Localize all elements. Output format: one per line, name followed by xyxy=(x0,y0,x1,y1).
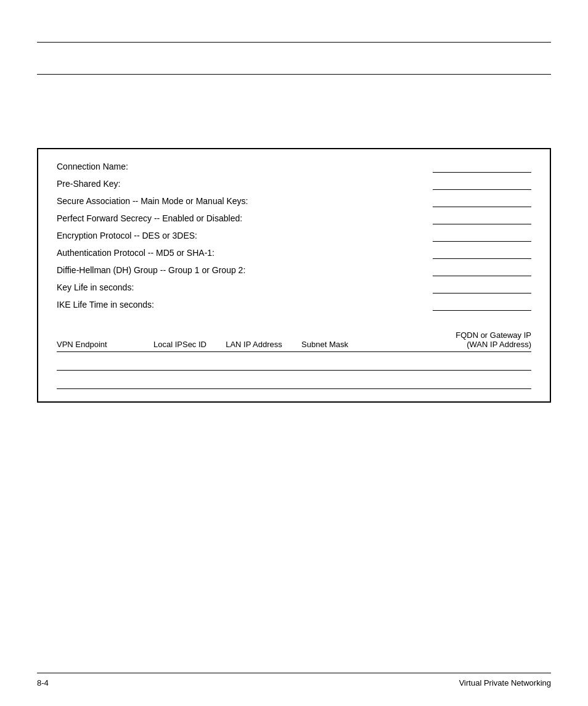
form-row: IKE Life Time in seconds: xyxy=(57,300,531,312)
field-label: Authentication Protocol -- MD5 or SHA-1: xyxy=(57,248,433,259)
field-input-line xyxy=(433,300,531,311)
form-row: Perfect Forward Secrecy -- Enabled or Di… xyxy=(57,213,531,226)
field-label: Pre-Shared Key: xyxy=(57,179,433,190)
field-label: Connection Name: xyxy=(57,162,433,173)
table-header-row: VPN Endpoint Local IPSec ID LAN IP Addre… xyxy=(57,330,531,352)
field-label: Encryption Protocol -- DES or 3DES: xyxy=(57,231,433,242)
footer-chapter-title: Virtual Private Networking xyxy=(459,678,551,688)
second-rule xyxy=(37,74,551,75)
field-input-line xyxy=(433,213,531,224)
th-fqdn: FQDN or Gateway IP (WAN IP Address) xyxy=(359,330,531,349)
field-input-line xyxy=(433,196,531,207)
th-vpn-endpoint: VPN Endpoint xyxy=(57,340,143,349)
page-container: Connection Name: Pre-Shared Key: Secure … xyxy=(0,0,588,706)
field-input-line xyxy=(433,162,531,173)
th-lan-ip-address: LAN IP Address xyxy=(217,340,291,349)
field-input-line xyxy=(433,248,531,259)
field-label: Diffie-Hellman (DH) Group -- Group 1 or … xyxy=(57,265,433,276)
form-row: Authentication Protocol -- MD5 or SHA-1: xyxy=(57,248,531,260)
field-label: Secure Association -- Main Mode or Manua… xyxy=(57,196,433,207)
form-row: Key Life in seconds: xyxy=(57,282,531,295)
form-fields: Connection Name: Pre-Shared Key: Secure … xyxy=(57,162,531,312)
th-subnet-mask: Subnet Mask xyxy=(291,340,359,349)
form-row: Connection Name: xyxy=(57,162,531,174)
table-section: VPN Endpoint Local IPSec ID LAN IP Addre… xyxy=(57,330,531,389)
field-input-line xyxy=(433,282,531,293)
form-row: Secure Association -- Main Mode or Manua… xyxy=(57,196,531,208)
footer-page-number: 8-4 xyxy=(37,678,49,688)
field-label: Key Life in seconds: xyxy=(57,282,433,293)
table-row xyxy=(57,371,531,389)
field-input-line xyxy=(433,179,531,190)
field-input-line xyxy=(433,231,531,242)
main-content-box: Connection Name: Pre-Shared Key: Secure … xyxy=(37,148,551,403)
field-label: IKE Life Time in seconds: xyxy=(57,300,433,311)
field-label: Perfect Forward Secrecy -- Enabled or Di… xyxy=(57,213,433,224)
form-row: Encryption Protocol -- DES or 3DES: xyxy=(57,231,531,243)
page-footer: 8-4 Virtual Private Networking xyxy=(37,673,551,688)
form-row: Diffie-Hellman (DH) Group -- Group 1 or … xyxy=(57,265,531,277)
form-row: Pre-Shared Key: xyxy=(57,179,531,191)
table-row xyxy=(57,352,531,371)
top-rule xyxy=(37,42,551,43)
th-local-ipsec-id: Local IPSec ID xyxy=(143,340,217,349)
field-input-line xyxy=(433,265,531,276)
